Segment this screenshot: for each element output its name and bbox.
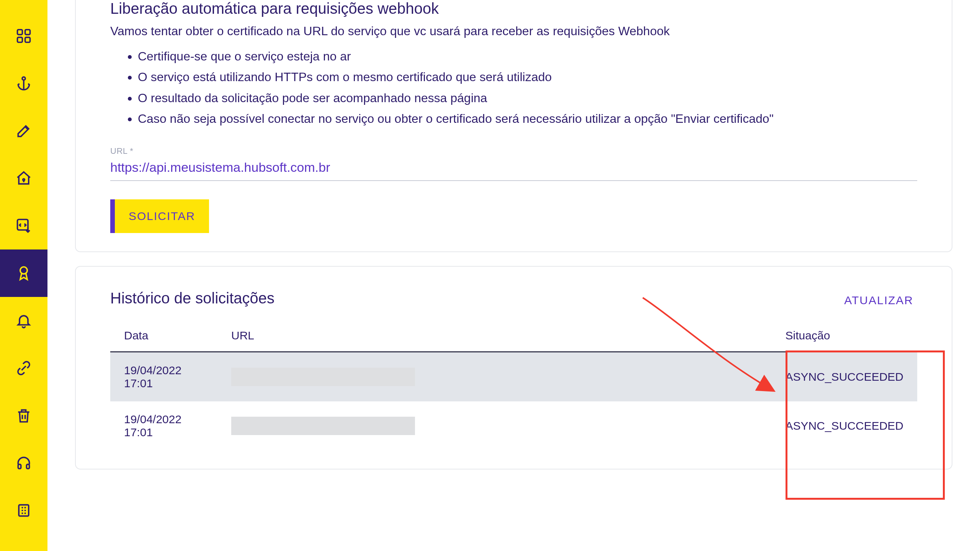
- headphones-icon: [15, 455, 32, 471]
- sidebar-item-anchor[interactable]: [0, 60, 47, 107]
- svg-rect-0: [18, 30, 23, 35]
- history-card: Histórico de solicitações ATUALIZAR Data…: [75, 266, 952, 469]
- col-header-situacao: Situação: [772, 320, 917, 352]
- url-label: URL *: [110, 146, 133, 156]
- sidebar-item-headphones[interactable]: [0, 439, 47, 487]
- sidebar-item-home[interactable]: [0, 155, 47, 202]
- table-row: 19/04/2022 17:01 ASYNC_SUCCEEDED: [110, 352, 917, 401]
- cell-data: 19/04/2022 17:01: [110, 401, 217, 450]
- cell-url: [217, 352, 772, 401]
- redacted-block: [231, 368, 415, 386]
- release-title: Liberação automática para requisições we…: [110, 0, 917, 17]
- svg-rect-8: [18, 465, 21, 469]
- svg-point-7: [20, 267, 27, 274]
- sidebar-item-edit[interactable]: [0, 107, 47, 155]
- sidebar-item-ribbon[interactable]: [0, 249, 47, 297]
- sidebar-item-building[interactable]: [0, 487, 47, 534]
- cell-situacao: ASYNC_SUCCEEDED: [772, 352, 917, 401]
- dashboard-icon: [15, 28, 32, 44]
- bullet-item: O serviço está utilizando HTTPs com o me…: [138, 67, 917, 87]
- col-header-data: Data: [110, 320, 217, 352]
- ribbon-icon: [15, 265, 32, 282]
- col-header-url: URL: [217, 320, 772, 352]
- svg-point-5: [23, 179, 25, 181]
- history-title: Histórico de solicitações: [110, 290, 274, 307]
- trash-icon: [15, 407, 32, 424]
- svg-rect-10: [19, 505, 29, 516]
- svg-rect-3: [25, 37, 30, 42]
- solicitar-button[interactable]: SOLICITAR: [110, 199, 209, 233]
- svg-rect-1: [25, 30, 30, 35]
- sidebar-nav: [0, 0, 47, 551]
- svg-point-4: [22, 77, 25, 80]
- cell-url: [217, 401, 772, 450]
- atualizar-button[interactable]: ATUALIZAR: [844, 294, 913, 307]
- cell-situacao: ASYNC_SUCCEEDED: [772, 401, 917, 450]
- bell-icon: [15, 312, 32, 329]
- release-bullets: Certifique-se que o serviço esteja no ar…: [138, 46, 917, 129]
- svg-rect-2: [18, 37, 23, 42]
- main-content: Liberação automática para requisições we…: [47, 0, 980, 551]
- cell-data: 19/04/2022 17:01: [110, 352, 217, 401]
- building-icon: [15, 502, 32, 519]
- sidebar-item-code-download[interactable]: [0, 202, 47, 249]
- bullet-item: Certifique-se que o serviço esteja no ar: [138, 46, 917, 67]
- bullet-item: O resultado da solicitação pode ser acom…: [138, 88, 917, 108]
- home-key-icon: [15, 170, 32, 187]
- sidebar-item-trash[interactable]: [0, 392, 47, 439]
- svg-rect-9: [26, 465, 29, 469]
- release-desc: Vamos tentar obter o certificado na URL …: [110, 24, 917, 38]
- bullet-item: Caso não seja possível conectar no servi…: [138, 108, 917, 129]
- sidebar-item-bell[interactable]: [0, 297, 47, 344]
- url-input[interactable]: [110, 156, 917, 181]
- sidebar-item-dashboard[interactable]: [0, 12, 47, 60]
- release-card: Liberação automática para requisições we…: [75, 0, 952, 252]
- anchor-icon: [15, 75, 32, 92]
- redacted-block: [231, 417, 415, 435]
- history-table: Data URL Situação 19/04/2022 17:01 ASYNC…: [110, 320, 917, 450]
- link-icon: [15, 360, 32, 377]
- sidebar-item-link[interactable]: [0, 344, 47, 392]
- table-row: 19/04/2022 17:01 ASYNC_SUCCEEDED: [110, 401, 917, 450]
- code-download-icon: [15, 217, 32, 234]
- solicitar-label: SOLICITAR: [129, 210, 195, 223]
- edit-icon: [15, 122, 32, 139]
